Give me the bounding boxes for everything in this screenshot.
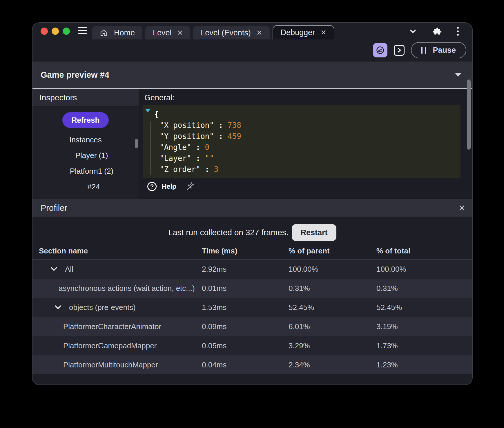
pause-icon: [421, 47, 426, 54]
table-row-all[interactable]: All 2.92ms 100.00% 100.00%: [32, 260, 472, 279]
chevron-down-icon[interactable]: [55, 305, 61, 310]
general-panel-title: General:: [144, 93, 461, 102]
percent-of-total: 0.31%: [376, 284, 472, 293]
zoom-window-button[interactable]: [63, 28, 70, 35]
inspector-item-instances[interactable]: Instances: [32, 132, 139, 148]
profiler-close-icon[interactable]: ×: [459, 202, 465, 213]
extensions-puzzle-icon[interactable]: [432, 26, 442, 36]
section-name: asynchronous actions (wait action, etc..…: [59, 284, 195, 293]
restart-button[interactable]: Restart: [292, 224, 336, 241]
more-options-icon[interactable]: [456, 26, 459, 36]
json-entry: Angle : 0: [143, 142, 461, 153]
home-icon: [99, 28, 108, 37]
inspector-item-platform1[interactable]: Platform1 (2): [32, 163, 139, 179]
json-colon: :: [214, 132, 228, 141]
tab-bar: Home Level × Level (Events) × Debugger ×: [92, 25, 334, 39]
percent-of-parent: 6.01%: [289, 322, 376, 331]
time-ms: 1.53ms: [202, 303, 289, 312]
table-row-character-animator: PlatformerCharacterAnimator 0.09ms 6.01%…: [32, 317, 472, 336]
inspectors-list: Refresh Instances Player (1) Platform1 (…: [32, 106, 139, 199]
refresh-button[interactable]: Refresh: [62, 112, 109, 128]
unpin-icon[interactable]: [184, 181, 195, 192]
inspectors-scrollbar-thumb[interactable]: [135, 139, 138, 148]
profiler-toggle-button[interactable]: [373, 43, 387, 57]
json-value: 738: [228, 121, 241, 130]
json-entry: X position : 738: [143, 120, 461, 131]
percent-of-parent: 2.34%: [289, 360, 376, 369]
pause-button[interactable]: Pause: [411, 42, 466, 58]
tab-debugger[interactable]: Debugger ×: [273, 25, 334, 39]
console-button[interactable]: [394, 45, 405, 56]
console-chevron-icon: [397, 48, 402, 53]
json-key: Z order: [159, 165, 200, 174]
inspectors-panel: Inspectors Refresh Instances Player (1) …: [32, 89, 139, 199]
gauge-icon: [376, 46, 385, 55]
table-row-gamepad-mapper: PlatformerGamepadMapper 0.05ms 3.29% 1.7…: [32, 336, 472, 355]
profiler-table: Section name Time (ms) % of parent % of …: [32, 243, 472, 374]
json-indent-guide: [150, 121, 151, 175]
json-value: 0: [205, 143, 210, 152]
time-ms: 0.04ms: [202, 360, 289, 369]
json-entry: Layer : "": [143, 153, 461, 164]
inspector-item-24[interactable]: #24: [32, 179, 139, 195]
column-header-section: Section name: [32, 246, 202, 255]
tab-level-events[interactable]: Level (Events) ×: [193, 26, 269, 39]
section-name: PlatformerMultitouchMapper: [63, 360, 158, 369]
json-key: Angle: [159, 143, 191, 152]
section-name: objects (pre-events): [69, 303, 136, 312]
close-window-button[interactable]: [41, 28, 48, 35]
percent-of-total: 1.23%: [376, 360, 472, 369]
table-row-objects[interactable]: objects (pre-events) 1.53ms 52.45% 52.45…: [32, 298, 472, 317]
json-key: X position: [159, 121, 214, 130]
json-entry: Z order : 3: [143, 164, 461, 175]
json-colon: :: [191, 143, 205, 152]
tab-close-icon[interactable]: ×: [177, 28, 183, 37]
help-row: ? Help: [143, 181, 461, 192]
debugger-window: Home Level × Level (Events) × Debugger ×: [32, 22, 473, 385]
tab-label: Level (Events): [201, 28, 251, 37]
minimize-window-button[interactable]: [52, 28, 59, 35]
main-scrollbar-thumb[interactable]: [467, 79, 471, 150]
table-row-async: asynchronous actions (wait action, etc..…: [32, 279, 472, 298]
inspector-item-player[interactable]: Player (1): [32, 148, 139, 163]
column-header-time: Time (ms): [202, 246, 289, 255]
time-ms: 0.09ms: [202, 322, 289, 331]
percent-of-parent: 3.29%: [289, 341, 376, 350]
section-name: All: [65, 265, 73, 274]
inspector-area: Inspectors Refresh Instances Player (1) …: [32, 89, 472, 199]
debugger-toolbar: Pause: [32, 39, 472, 61]
pause-label: Pause: [433, 46, 456, 55]
titlebar: Home Level × Level (Events) × Debugger ×: [32, 23, 472, 39]
profiler-header: Profiler ×: [32, 199, 472, 217]
tab-close-icon[interactable]: ×: [321, 28, 326, 37]
profiler-panel: Last run collected on 327 frames. Restar…: [32, 217, 472, 385]
json-inspector: { X position : 738 Y position : 459 Angl…: [143, 105, 461, 178]
json-open-brace: {: [143, 109, 461, 120]
table-row-multitouch-mapper: PlatformerMultitouchMapper 0.04ms 2.34% …: [32, 355, 472, 374]
collapse-caret-icon[interactable]: [455, 73, 461, 77]
json-value: 459: [228, 132, 241, 141]
tab-label: Level: [153, 28, 172, 37]
percent-of-total: 100.00%: [376, 265, 472, 274]
json-colon: :: [191, 154, 205, 163]
percent-of-total: 52.45%: [376, 303, 472, 312]
profiler-table-header: Section name Time (ms) % of parent % of …: [32, 243, 472, 260]
chevron-down-icon[interactable]: [408, 27, 418, 36]
tab-home[interactable]: Home: [92, 26, 142, 39]
game-preview-header[interactable]: Game preview #4: [32, 61, 472, 88]
time-ms: 0.01ms: [202, 284, 289, 293]
time-ms: 0.05ms: [202, 341, 289, 350]
percent-of-total: 3.15%: [376, 322, 472, 331]
titlebar-actions: [408, 26, 459, 36]
column-header-percent-total: % of total: [376, 246, 472, 255]
help-icon[interactable]: ?: [147, 182, 157, 191]
general-panel: General: { X position : 738 Y position :…: [139, 89, 472, 199]
chevron-down-icon[interactable]: [50, 267, 57, 271]
hamburger-menu-icon[interactable]: [78, 27, 87, 35]
tab-close-icon[interactable]: ×: [257, 28, 262, 37]
section-name: PlatformerGamepadMapper: [63, 341, 157, 350]
tab-level[interactable]: Level ×: [145, 26, 190, 39]
column-header-percent-parent: % of parent: [289, 246, 376, 255]
section-name: PlatformerCharacterAnimator: [63, 322, 161, 331]
help-label[interactable]: Help: [162, 183, 176, 191]
